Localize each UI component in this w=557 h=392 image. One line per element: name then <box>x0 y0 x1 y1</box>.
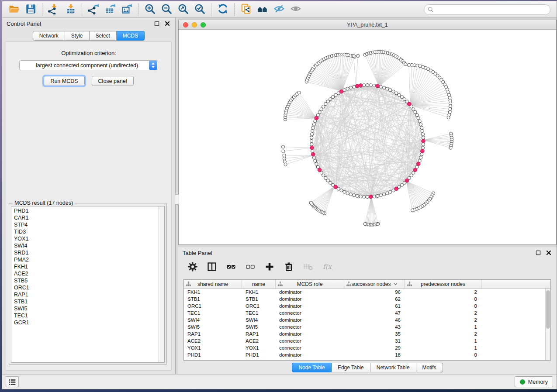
close-panel-button-mcds[interactable]: Close panel <box>92 76 134 86</box>
tab-style[interactable]: Style <box>65 31 90 41</box>
import-table-icon <box>65 3 76 16</box>
column-type-icon <box>277 281 283 287</box>
table-toolbar: f(x) <box>178 258 557 277</box>
cell-predecessor-nodes: 2 <box>405 309 481 316</box>
table-row[interactable]: SWI5SWI5connector431 <box>184 323 550 330</box>
mcds-result-item[interactable]: PHD1 <box>11 207 164 214</box>
memory-button[interactable]: Memory <box>515 376 553 387</box>
mcds-result-item[interactable]: STB5 <box>11 277 164 284</box>
column-header-predecessor-nodes[interactable]: predecessor nodes <box>405 280 481 288</box>
network-window-title: YPA_prune.txt_1 <box>179 22 556 28</box>
tab-mcds[interactable]: MCDS <box>117 31 145 41</box>
table-row[interactable]: YOX1YOX1connector291 <box>184 344 550 351</box>
mcds-result-item[interactable]: SRD1 <box>11 249 164 256</box>
float-panel-button[interactable] <box>153 20 160 27</box>
mcds-result-item[interactable]: FKH1 <box>11 263 164 270</box>
tab-select[interactable]: Select <box>90 31 117 41</box>
mcds-result-item[interactable]: SWI4 <box>11 242 164 249</box>
mcds-result-item[interactable]: RAP1 <box>11 291 164 298</box>
mcds-result-item[interactable]: TEC1 <box>11 312 164 319</box>
cell-name: YOX1 <box>242 344 276 351</box>
mcds-result-item[interactable]: PMA2 <box>11 256 164 263</box>
close-table-panel-button[interactable] <box>545 249 552 256</box>
column-header-MCDS-role[interactable]: MCDS role <box>276 280 344 288</box>
table-tab-edge-table[interactable]: Edge Table <box>332 363 370 372</box>
column-header-successor-nodes[interactable]: successor nodes <box>344 280 405 288</box>
column-header-name[interactable]: name <box>242 280 276 288</box>
close-panel-button[interactable] <box>164 20 171 27</box>
mcds-result-item[interactable]: STB1 <box>11 298 164 305</box>
deselect-all-button[interactable] <box>243 260 258 275</box>
delete-rows-button[interactable] <box>281 260 296 275</box>
svg-text:f(x): f(x) <box>323 263 332 271</box>
open-file-button[interactable] <box>6 3 22 17</box>
zoom-in-button[interactable] <box>142 3 158 17</box>
run-mcds-button[interactable]: Run MCDS <box>44 76 84 86</box>
table-row[interactable]: RAP1RAP1dominator352 <box>184 330 550 337</box>
mcds-result-item[interactable]: SWI5 <box>11 305 164 312</box>
export-table-button[interactable] <box>102 3 118 17</box>
table-tab-network-table[interactable]: Network Table <box>370 363 416 372</box>
import-network-button[interactable] <box>45 3 62 17</box>
table-row[interactable]: PHD1PHD1dominator180 <box>184 351 550 358</box>
mcds-list-scrollbar[interactable] <box>159 206 164 362</box>
first-neighbors-button[interactable] <box>254 3 271 17</box>
control-panel-titlebar: Control Panel <box>2 18 175 29</box>
zoom-out-button[interactable] <box>158 3 175 17</box>
table-tab-motifs[interactable]: Motifs <box>416 363 443 372</box>
show-columns-button[interactable] <box>204 260 219 275</box>
table-row[interactable]: SWI4SWI4dominator462 <box>184 316 550 323</box>
table-row[interactable]: ORC1ORC1dominator610 <box>184 303 550 309</box>
cell-name: SWI4 <box>242 316 276 323</box>
table-tab-node-table[interactable]: Node Table <box>292 363 332 372</box>
mcds-result-item[interactable]: TID3 <box>11 228 164 235</box>
cell-predecessor-nodes: 1 <box>405 337 481 344</box>
mcds-result-item[interactable]: CAR1 <box>11 214 164 221</box>
cp-tab-strip: NetworkStyleSelectMCDS <box>33 31 145 41</box>
cell-MCDS-role: dominator <box>276 296 344 303</box>
show-all-button[interactable] <box>287 3 304 17</box>
table-options-gear-button[interactable] <box>185 260 200 275</box>
mcds-result-item[interactable]: GCR1 <box>11 319 164 326</box>
hide-selected-button[interactable] <box>271 3 287 17</box>
control-panel-tabs: NetworkStyleSelectMCDS <box>2 29 175 41</box>
panel-splitter[interactable] <box>175 18 178 374</box>
optimization-criterion-select[interactable]: largest connected component (undirected) <box>19 60 158 70</box>
add-row-button[interactable] <box>262 260 277 275</box>
delete-table-button <box>301 260 315 275</box>
cell-shared-name: SWI5 <box>184 323 242 330</box>
cell-shared-name: SWI4 <box>184 316 242 323</box>
select-all-button[interactable] <box>224 260 239 275</box>
network-canvas[interactable] <box>179 30 556 244</box>
table-row[interactable]: ACE2ACE2connector311 <box>184 337 550 344</box>
tab-network[interactable]: Network <box>33 31 65 41</box>
mcds-result-item[interactable]: STP4 <box>11 221 164 228</box>
export-network-button[interactable] <box>85 3 102 17</box>
duplicate-network-button[interactable] <box>238 3 254 17</box>
zoom-fit-button[interactable] <box>175 3 191 17</box>
mcds-result-list[interactable]: PHD1CAR1STP4TID3YOX1SWI4SRD1PMA2FKH1ACE2… <box>11 206 165 363</box>
search-input[interactable] <box>436 5 550 14</box>
column-header-shared-name[interactable]: shared name <box>184 280 242 288</box>
splitter-handle[interactable] <box>175 194 179 205</box>
float-icon <box>154 21 159 26</box>
save-session-button[interactable] <box>22 3 39 17</box>
close-icon <box>165 21 170 26</box>
show-panels-button[interactable] <box>6 376 19 387</box>
mcds-result-item[interactable]: YOX1 <box>11 235 164 242</box>
table-row[interactable]: FKH1FKH1dominator962 <box>184 289 550 296</box>
export-image-button[interactable] <box>118 3 135 17</box>
zoom-selected-button[interactable] <box>191 3 208 17</box>
table-scrollbar-thumb[interactable] <box>546 290 550 329</box>
mcds-result-item[interactable]: ORC1 <box>11 284 164 291</box>
table-row[interactable]: STB1STB1dominator620 <box>184 296 550 303</box>
table-scrollbar[interactable] <box>545 289 550 360</box>
refresh-view-button[interactable] <box>214 3 231 17</box>
table-row[interactable]: TEC1TEC1connector472 <box>184 309 550 316</box>
float-table-panel-button[interactable] <box>535 249 542 256</box>
app-window: Control Panel NetworkStyleSelectMCDS Opt… <box>2 1 557 389</box>
cell-MCDS-role: dominator <box>276 330 344 337</box>
toolbar-separator <box>234 3 235 16</box>
import-table-button[interactable] <box>62 3 79 17</box>
mcds-result-item[interactable]: ACE2 <box>11 270 164 277</box>
